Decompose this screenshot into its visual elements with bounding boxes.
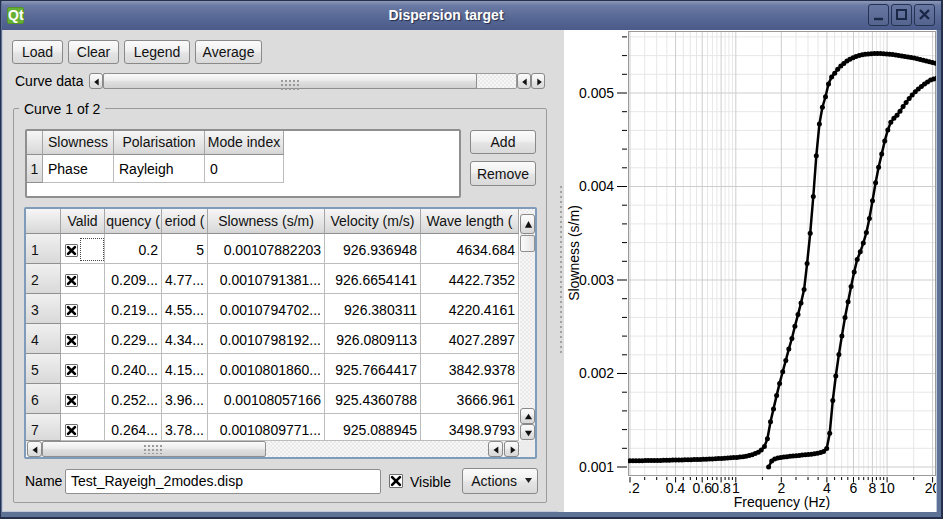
svg-text:6: 6 [850, 480, 858, 496]
svg-text:0.8: 0.8 [711, 480, 731, 496]
svg-text:20: 20 [925, 480, 936, 496]
svg-text:Slowness (s/m): Slowness (s/m) [566, 205, 582, 301]
svg-text:0.4: 0.4 [666, 480, 686, 496]
svg-text:.2: .2 [628, 480, 640, 496]
svg-text:0.001: 0.001 [579, 459, 614, 475]
svg-text:0.005: 0.005 [579, 85, 614, 101]
svg-text:0.004: 0.004 [579, 178, 614, 194]
svg-text:8: 8 [869, 480, 877, 496]
svg-text:0.003: 0.003 [579, 272, 614, 288]
svg-text:0.002: 0.002 [579, 365, 614, 381]
svg-text:0.6: 0.6 [692, 480, 712, 496]
svg-text:10: 10 [879, 480, 895, 496]
svg-text:Frequency (Hz): Frequency (Hz) [734, 494, 830, 510]
